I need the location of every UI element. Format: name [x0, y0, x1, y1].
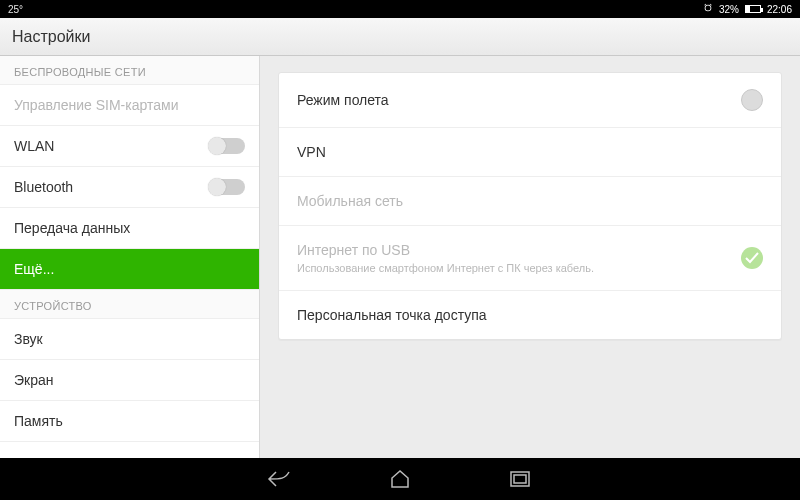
page-title: Настройки [12, 28, 90, 46]
row-usb-internet: Интернет по USB Использование смартфоном… [279, 226, 781, 291]
battery-icon [745, 5, 761, 13]
row-label: Режим полета [297, 92, 389, 108]
sidebar-item-storage[interactable]: Память [0, 401, 259, 442]
screen: 25° 32% 22:06 Настройки БЕСПРОВОДНЫЕ СЕТ… [0, 0, 800, 500]
row-airplane-mode[interactable]: Режим полета [279, 73, 781, 128]
settings-sidebar: БЕСПРОВОДНЫЕ СЕТИ Управление SIM-картами… [0, 56, 260, 458]
row-label: Интернет по USB [297, 242, 594, 258]
sidebar-item-label: Экран [14, 372, 54, 388]
airplane-switch[interactable] [741, 89, 763, 111]
nav-back-button[interactable] [265, 464, 295, 494]
row-mobile-network: Мобильная сеть [279, 177, 781, 226]
usb-internet-check [741, 247, 763, 269]
section-header-wireless: БЕСПРОВОДНЫЕ СЕТИ [0, 56, 259, 85]
status-time: 22:06 [767, 4, 792, 15]
wlan-toggle[interactable] [209, 138, 245, 154]
status-temp: 25° [8, 4, 23, 15]
sidebar-item-label: Память [14, 413, 63, 429]
status-bar: 25° 32% 22:06 [0, 0, 800, 18]
sidebar-item-label: Передача данных [14, 220, 130, 236]
sidebar-item-display[interactable]: Экран [0, 360, 259, 401]
sidebar-item-label: Ещё... [14, 261, 54, 277]
sidebar-item-bluetooth[interactable]: Bluetooth [0, 167, 259, 208]
row-hotspot[interactable]: Персональная точка доступа [279, 291, 781, 339]
sidebar-item-wlan[interactable]: WLAN [0, 126, 259, 167]
row-label: Персональная точка доступа [297, 307, 487, 323]
alarm-icon [703, 3, 713, 15]
svg-rect-1 [514, 475, 526, 483]
sidebar-item-more[interactable]: Ещё... [0, 249, 259, 290]
row-label: Мобильная сеть [297, 193, 403, 209]
sidebar-item-label: Управление SIM-картами [14, 97, 178, 113]
nav-home-button[interactable] [385, 464, 415, 494]
section-header-device: УСТРОЙСТВО [0, 290, 259, 319]
sidebar-item-label: Bluetooth [14, 179, 73, 195]
more-settings-card: Режим полета VPN Мобильная сеть Интернет… [278, 72, 782, 340]
settings-body: БЕСПРОВОДНЫЕ СЕТИ Управление SIM-картами… [0, 56, 800, 458]
sidebar-item-sound[interactable]: Звук [0, 319, 259, 360]
row-vpn[interactable]: VPN [279, 128, 781, 177]
row-label: VPN [297, 144, 326, 160]
sidebar-item-label: Звук [14, 331, 43, 347]
sidebar-item-label: WLAN [14, 138, 54, 154]
settings-content: Режим полета VPN Мобильная сеть Интернет… [260, 56, 800, 458]
sidebar-item-sim[interactable]: Управление SIM-картами [0, 85, 259, 126]
bluetooth-toggle[interactable] [209, 179, 245, 195]
row-subtitle: Использование смартфоном Интернет с ПК ч… [297, 262, 594, 274]
settings-header: Настройки [0, 18, 800, 56]
nav-recent-button[interactable] [505, 464, 535, 494]
sidebar-item-data-usage[interactable]: Передача данных [0, 208, 259, 249]
battery-text: 32% [719, 4, 739, 15]
android-navbar [0, 458, 800, 500]
